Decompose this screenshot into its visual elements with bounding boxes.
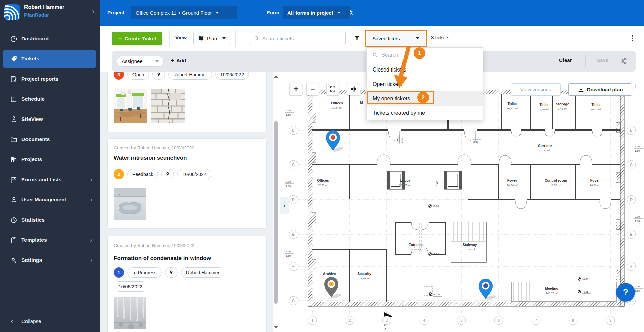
sidebar-item-documents[interactable]: Documents — [0, 130, 100, 150]
svg-text:Stairway: Stairway — [462, 243, 477, 247]
ticket-photo-condensation[interactable] — [114, 297, 146, 329]
download-plan-button[interactable]: Download plan — [568, 83, 632, 96]
svg-text:Offices: Offices — [331, 101, 343, 105]
scrollbar-thumb[interactable] — [274, 121, 278, 304]
fullscreen-expand-button[interactable] — [326, 83, 339, 95]
svg-text:±0.00: ±0.00 — [433, 293, 440, 296]
forms-icon — [10, 176, 18, 184]
tickets-count: 3 tickets — [431, 35, 449, 40]
svg-text:2.00: 2.00 — [286, 250, 291, 253]
zoom-out-button[interactable]: − — [306, 83, 319, 95]
siteview-icon — [10, 115, 18, 123]
form-selector[interactable]: All forms in project — [283, 6, 350, 19]
sidebar-item-dashboard[interactable]: Dashboard — [0, 29, 100, 49]
sidebar-nav: Dashboard Tickets Project reports Schedu… — [0, 29, 100, 271]
filter-funnel-button[interactable] — [351, 32, 363, 45]
zoom-in-button[interactable]: + — [289, 83, 302, 95]
svg-text:Toilet: Toilet — [591, 103, 601, 107]
sidebar-item-user-management[interactable]: User Management › — [0, 190, 100, 210]
ticket-card[interactable]: Created by Robert Hammer, 10/03/2022 Wat… — [107, 138, 267, 229]
ticket-card[interactable]: 3 Open Robert Hammer 10/06/2022 — [107, 72, 267, 132]
ticket-photo-meeting-room[interactable] — [114, 89, 147, 123]
scroll-up-arrow[interactable] — [274, 74, 278, 78]
svg-text:B: B — [292, 128, 294, 132]
filter-settings-sliders-icon[interactable] — [620, 57, 629, 65]
ticket-title: Formation of condensate in window — [114, 255, 211, 262]
planradar-logo-icon[interactable] — [4, 4, 20, 20]
users-icon — [10, 196, 18, 204]
divider — [235, 30, 236, 47]
svg-text:Security: Security — [357, 272, 371, 276]
sidebar-item-settings[interactable]: Settings › — [0, 250, 100, 271]
view-versions-button[interactable]: View versions — [511, 83, 561, 96]
svg-text:Foyer: Foyer — [507, 178, 517, 182]
status-badge: In Progress — [127, 267, 162, 278]
assignee-filter-dropdown[interactable]: Assignee — [117, 56, 164, 67]
svg-text:2.10: 2.10 — [473, 140, 479, 143]
menu-item-tickets-created-by-me[interactable]: Tickets created by me — [367, 106, 483, 120]
ticket-card[interactable]: Created by Robert Hammer, 10/03/2022 For… — [107, 236, 267, 332]
ticket-pin-blue-navy[interactable] — [479, 279, 496, 301]
menu-item-open-tickets[interactable]: Open tickets — [367, 77, 483, 91]
search-tickets-input[interactable] — [262, 36, 339, 41]
sidebar-item-templates[interactable]: Templates › — [0, 230, 100, 250]
saved-filters-dropdown[interactable]: Saved filters — [367, 32, 425, 45]
svg-text:Entrance: Entrance — [409, 243, 424, 247]
due-date-badge: 10/06/2022 — [215, 72, 249, 80]
svg-text:Storage: Storage — [556, 102, 569, 106]
svg-text:±0.00: ±0.00 — [582, 278, 588, 281]
ticket-pin-gray-yellow[interactable] — [324, 277, 342, 299]
map-icon — [198, 35, 204, 42]
svg-text:1.00: 1.00 — [635, 145, 640, 148]
sidebar-item-project-reports[interactable]: Project reports — [0, 69, 100, 89]
svg-text:7,46 m²: 7,46 m² — [558, 107, 567, 110]
sidebar-item-projects[interactable]: Projects — [0, 150, 100, 170]
svg-text:A - A: A - A — [383, 324, 386, 330]
svg-text:D: D — [630, 198, 633, 202]
svg-text:Corridor: Corridor — [538, 144, 552, 148]
project-selector[interactable]: Office Complex 11 > Ground Floor — [131, 6, 237, 19]
sidebar-collapse-button[interactable]: ‹ Collapse — [0, 315, 100, 328]
assignee-badge: Robert Hammer — [168, 72, 212, 80]
sidebar-item-forms-and-lists[interactable]: Forms and Lists › — [0, 170, 100, 190]
saved-filters-annotation-box: Saved filters — [365, 30, 427, 47]
sidebar-item-schedule[interactable]: Schedule — [0, 89, 100, 109]
brand-name: PlanRadar — [24, 12, 49, 18]
svg-text:1.00: 1.00 — [436, 181, 439, 186]
save-filter-button[interactable]: Save — [597, 57, 608, 63]
ticket-photo-water-puddle[interactable] — [114, 188, 146, 220]
svg-text:1: 1 — [311, 318, 313, 322]
topbar: Project Office Complex 11 > Ground Floor… — [100, 0, 644, 26]
view-label: View — [175, 35, 187, 40]
sidebar-item-siteview[interactable]: SiteView — [0, 109, 100, 130]
chevron-down-icon — [337, 12, 341, 14]
fit-to-screen-button[interactable] — [347, 83, 360, 95]
svg-text:5: 5 — [460, 318, 462, 322]
statistics-icon — [10, 216, 18, 224]
menu-item-closed-tickets[interactable]: Closed tickets — [367, 62, 483, 77]
sidebar-item-statistics[interactable]: Statistics — [0, 210, 100, 230]
svg-text:32,35 m²: 32,35 m² — [318, 184, 328, 187]
scroll-down-arrow[interactable] — [274, 326, 278, 329]
svg-text:3: 3 — [386, 318, 388, 322]
svg-text:9: 9 — [609, 318, 611, 322]
more-options-kebab-icon[interactable] — [629, 34, 636, 43]
create-ticket-button[interactable]: + Create Ticket — [112, 32, 162, 45]
tickets-icon — [10, 55, 18, 63]
user-menu-chevron-icon[interactable]: › — [92, 7, 94, 16]
svg-text:2.00: 2.00 — [635, 285, 640, 288]
add-filter-button[interactable]: +Add — [171, 57, 186, 64]
chevron-down-icon — [222, 37, 226, 39]
svg-text:G: G — [292, 299, 295, 303]
svg-text:8: 8 — [572, 318, 574, 322]
sidebar-item-tickets[interactable]: Tickets — [0, 49, 100, 69]
view-mode-selector[interactable]: Plan — [193, 32, 230, 45]
ticket-photo-wall-crack[interactable] — [151, 89, 185, 123]
planradar-app: Robert Hammer PlanRadar › Dashboard Tick… — [0, 0, 644, 332]
annotation-step-2-badge: 2 — [417, 92, 429, 103]
search-icon — [254, 35, 260, 41]
help-button[interactable]: ? — [616, 283, 635, 302]
collapse-list-tab[interactable]: ‹ — [280, 197, 289, 214]
clear-filters-button[interactable]: Clear — [559, 57, 572, 63]
ticket-pin-blue-red[interactable] — [326, 130, 344, 153]
